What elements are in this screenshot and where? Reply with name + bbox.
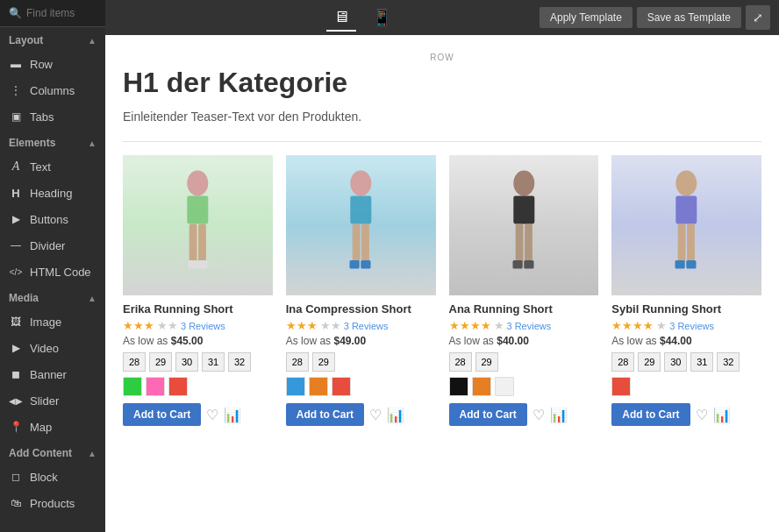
size-btn-29[interactable]: 29 bbox=[149, 352, 172, 372]
svg-rect-11 bbox=[361, 260, 370, 269]
tabs-icon: ▣ bbox=[9, 110, 23, 124]
size-btn-28-p4[interactable]: 28 bbox=[611, 352, 634, 372]
color-swatch-red-2[interactable] bbox=[332, 377, 351, 396]
content-area: ROW H1 der Kategorie Einleitender Teaser… bbox=[105, 35, 779, 532]
size-btn-29-p4[interactable]: 29 bbox=[638, 352, 661, 372]
main-area: 🖥 📱 Apply Template Save as Template ⤢ RO… bbox=[105, 0, 779, 532]
product-card-1: Erika Running Short ★★★★★ 3 Reviews As l… bbox=[123, 155, 273, 426]
product-image-4 bbox=[611, 155, 761, 295]
size-btn-30[interactable]: 30 bbox=[175, 352, 198, 372]
color-swatch-white-3[interactable] bbox=[495, 377, 514, 396]
sidebar-item-products[interactable]: 🛍 Products bbox=[0, 490, 105, 516]
add-to-cart-button-4[interactable]: Add to Cart bbox=[611, 403, 690, 426]
buttons-icon: ▶ bbox=[9, 212, 23, 226]
svg-point-12 bbox=[513, 171, 534, 196]
svg-rect-19 bbox=[676, 195, 697, 223]
sidebar-item-row[interactable]: ▬ Row bbox=[0, 51, 105, 77]
sidebar-section-add-content[interactable]: Add Content ▲ bbox=[0, 440, 105, 464]
wishlist-icon-2[interactable]: ♡ bbox=[369, 407, 382, 423]
sidebar-item-map[interactable]: 📍 Map bbox=[0, 414, 105, 440]
compare-icon-1[interactable]: 📊 bbox=[224, 407, 241, 423]
add-to-cart-row-4: Add to Cart ♡ 📊 bbox=[611, 403, 761, 426]
svg-rect-8 bbox=[353, 223, 361, 262]
wishlist-icon-4[interactable]: ♡ bbox=[696, 407, 708, 423]
color-swatch-green-1[interactable] bbox=[123, 377, 142, 396]
sidebar-item-text[interactable]: A Text bbox=[0, 153, 105, 180]
svg-rect-1 bbox=[187, 195, 208, 223]
color-swatch-pink-1[interactable] bbox=[146, 377, 165, 396]
color-swatch-blue-2[interactable] bbox=[286, 377, 305, 396]
search-input[interactable] bbox=[26, 7, 96, 19]
size-btn-28-p3[interactable]: 28 bbox=[449, 352, 472, 372]
product-figure-2 bbox=[301, 162, 421, 288]
expand-button[interactable]: ⤢ bbox=[746, 5, 770, 30]
svg-point-18 bbox=[676, 171, 697, 196]
image-icon: 🖼 bbox=[9, 315, 23, 329]
size-btn-28-p2[interactable]: 28 bbox=[286, 352, 309, 372]
add-to-cart-row-3: Add to Cart ♡ 📊 bbox=[449, 403, 599, 426]
sidebar-item-banner[interactable]: ◼ Banner bbox=[0, 361, 105, 387]
sidebar-item-label: Banner bbox=[30, 368, 67, 381]
color-swatches-4 bbox=[611, 377, 761, 396]
color-swatch-orange-2[interactable] bbox=[309, 377, 328, 396]
color-swatch-red-4[interactable] bbox=[611, 377, 631, 396]
desktop-icon[interactable]: 🖥 bbox=[326, 4, 356, 32]
sidebar-item-tabs[interactable]: ▣ Tabs bbox=[0, 103, 105, 130]
compare-icon-2[interactable]: 📊 bbox=[387, 407, 404, 423]
sidebar: 🔍 Layout ▲ ▬ Row ⋮ Columns ▣ Tabs Elemen… bbox=[0, 0, 105, 532]
wishlist-icon-3[interactable]: ♡ bbox=[532, 407, 545, 423]
compare-icon-3[interactable]: 📊 bbox=[550, 407, 568, 423]
size-btn-30-p4[interactable]: 30 bbox=[664, 352, 687, 372]
sidebar-item-label: Image bbox=[30, 316, 61, 329]
sidebar-section-layout[interactable]: Layout ▲ bbox=[0, 27, 105, 51]
color-swatches-2 bbox=[286, 377, 436, 396]
size-btn-32[interactable]: 32 bbox=[228, 352, 251, 372]
sidebar-item-heading[interactable]: H Heading bbox=[0, 180, 105, 206]
add-to-cart-button-1[interactable]: Add to Cart bbox=[123, 403, 201, 426]
add-to-cart-row-2: Add to Cart ♡ 📊 bbox=[286, 403, 436, 426]
map-icon: 📍 bbox=[9, 420, 23, 434]
stars-filled-2: ★★★ bbox=[286, 319, 318, 332]
product-figure-3 bbox=[464, 162, 584, 288]
size-btn-32-p4[interactable]: 32 bbox=[717, 352, 740, 372]
color-swatch-black-3[interactable] bbox=[449, 377, 468, 396]
mobile-icon[interactable]: 📱 bbox=[365, 4, 398, 31]
product-stars-3: ★★★★★ 3 Reviews bbox=[449, 319, 599, 332]
sidebar-item-block[interactable]: ◻ Block bbox=[0, 464, 105, 490]
svg-rect-16 bbox=[512, 260, 522, 269]
add-to-cart-button-2[interactable]: Add to Cart bbox=[286, 403, 364, 426]
size-btn-31[interactable]: 31 bbox=[202, 352, 225, 372]
sidebar-item-buttons[interactable]: ▶ Buttons bbox=[0, 206, 105, 232]
wishlist-icon-1[interactable]: ♡ bbox=[206, 407, 218, 423]
product-name-4: Sybil Running Short bbox=[611, 302, 761, 316]
add-to-cart-button-3[interactable]: Add to Cart bbox=[449, 403, 527, 426]
color-swatch-orange-3[interactable] bbox=[472, 377, 491, 396]
sidebar-item-slider[interactable]: ◀▶ Slider bbox=[0, 387, 105, 414]
color-swatch-red-1[interactable] bbox=[168, 377, 188, 396]
sidebar-item-divider[interactable]: — Divider bbox=[0, 232, 105, 259]
reviews-link-1[interactable]: 3 Reviews bbox=[181, 321, 225, 331]
elements-chevron: ▲ bbox=[88, 138, 96, 148]
save-template-button[interactable]: Save as Template bbox=[637, 7, 741, 28]
compare-icon-4[interactable]: 📊 bbox=[713, 407, 731, 423]
sidebar-section-elements[interactable]: Elements ▲ bbox=[0, 130, 105, 153]
svg-rect-5 bbox=[197, 260, 207, 269]
reviews-link-3[interactable]: 3 Reviews bbox=[507, 321, 552, 331]
reviews-link-2[interactable]: 3 Reviews bbox=[344, 321, 389, 331]
sidebar-item-image[interactable]: 🖼 Image bbox=[0, 309, 105, 335]
reviews-link-4[interactable]: 3 Reviews bbox=[669, 321, 714, 331]
product-stars-4: ★★★★★ 3 Reviews bbox=[611, 319, 761, 332]
product-price-2: As low as $49.00 bbox=[286, 335, 436, 347]
apply-template-button[interactable]: Apply Template bbox=[540, 7, 632, 28]
sidebar-section-media[interactable]: Media ▲ bbox=[0, 285, 105, 309]
teaser-text: Einleitender Teaser-Text vor den Produkt… bbox=[123, 110, 761, 124]
sidebar-item-html-code[interactable]: </> HTML Code bbox=[0, 259, 105, 285]
size-btn-28[interactable]: 28 bbox=[123, 352, 146, 372]
elements-section-label: Elements bbox=[9, 137, 55, 149]
size-btn-29-p2[interactable]: 29 bbox=[312, 352, 335, 372]
size-btn-31-p4[interactable]: 31 bbox=[690, 352, 713, 372]
product-price-4: As low as $44.00 bbox=[611, 335, 761, 347]
sidebar-item-columns[interactable]: ⋮ Columns bbox=[0, 77, 105, 103]
size-btn-29-p3[interactable]: 29 bbox=[475, 352, 498, 372]
sidebar-item-video[interactable]: ▶ Video bbox=[0, 335, 105, 361]
